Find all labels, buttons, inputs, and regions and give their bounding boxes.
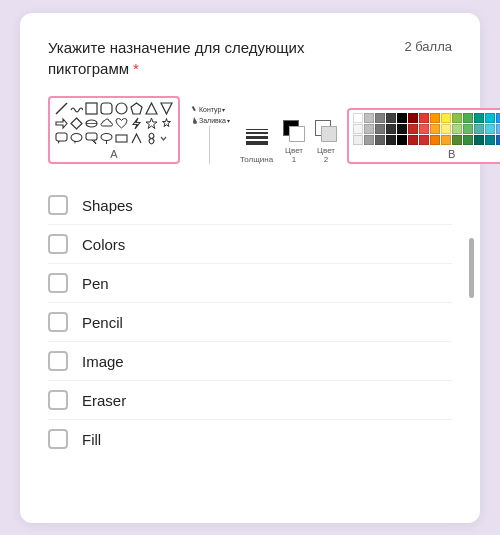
svg-marker-11 [133, 118, 140, 129]
swatch-r1 [408, 113, 418, 123]
swatch-g6 [386, 124, 396, 134]
swatch-w3 [353, 135, 363, 145]
svg-marker-15 [58, 141, 60, 144]
option-colors[interactable]: Colors [48, 225, 452, 264]
curly-shape-icon [145, 132, 158, 145]
swatch-bk1 [397, 113, 407, 123]
checkbox-fill[interactable] [48, 429, 68, 449]
swatch-bk3 [397, 135, 407, 145]
star-shape-icon [145, 117, 158, 130]
swatch-r3 [408, 124, 418, 134]
arrow-shape-icon [55, 117, 68, 130]
checkbox-eraser[interactable] [48, 390, 68, 410]
quiz-card: Укажите назначение для следующих пиктогр… [20, 13, 480, 523]
option-image[interactable]: Image [48, 342, 452, 381]
scrollbar[interactable] [469, 238, 474, 298]
svg-line-0 [56, 103, 67, 114]
color2-back [321, 126, 337, 142]
rect3-shape-icon [115, 132, 128, 145]
fill-icon [190, 116, 198, 124]
swatch-y1 [441, 113, 451, 123]
kontour-zalivka-section: Контур ▾ Заливка ▾ [190, 105, 230, 164]
rect-rounded-icon [100, 102, 113, 115]
svg-marker-5 [146, 103, 157, 114]
kontour-label: Контур [199, 106, 221, 113]
option-pen[interactable]: Pen [48, 264, 452, 303]
swatch-y2 [441, 124, 451, 134]
swatch-g9 [386, 135, 396, 145]
option-fill[interactable]: Fill [48, 420, 452, 458]
color-box-2 [315, 120, 337, 142]
lightning-shape-icon [130, 117, 143, 130]
svg-rect-22 [192, 106, 196, 111]
svg-point-3 [116, 103, 127, 114]
swatch-b1 [496, 113, 500, 123]
bubble3-shape-icon [85, 132, 98, 145]
swatch-bk2 [397, 124, 407, 134]
color-back [289, 126, 305, 142]
swatch-o1 [430, 113, 440, 123]
option-eraser[interactable]: Eraser [48, 381, 452, 420]
score-badge: 2 балла [404, 39, 452, 54]
svg-rect-18 [86, 133, 97, 140]
swatch-g3 [386, 113, 396, 123]
wavy-shape-icon [70, 102, 83, 115]
dropdown-arrow-icon [160, 132, 167, 145]
zalivka-label: Заливка [199, 117, 226, 124]
thickness-line-3 [246, 136, 268, 139]
palette-row-3 [353, 135, 500, 145]
thickness-icon [244, 122, 270, 152]
thickness-line-4 [246, 141, 268, 145]
block-b: B [347, 108, 500, 164]
svg-rect-2 [101, 103, 112, 114]
option-label-image: Image [82, 353, 124, 370]
star2-shape-icon [160, 117, 173, 130]
svg-marker-4 [131, 103, 142, 114]
pictogram-row: A Контур ▾ Заливка ▾ [48, 96, 452, 164]
svg-marker-6 [161, 103, 172, 114]
triangle2-shape-icon [160, 102, 173, 115]
checkbox-pencil[interactable] [48, 312, 68, 332]
swatch-c1 [485, 113, 495, 123]
option-pencil[interactable]: Pencil [48, 303, 452, 342]
svg-marker-12 [146, 118, 157, 129]
swatch-w1 [353, 113, 363, 123]
color1-section: Цвет 1 [283, 120, 305, 164]
swatch-gr6 [463, 135, 473, 145]
option-label-pen: Pen [82, 275, 109, 292]
circle2-shape-icon [85, 117, 98, 130]
bubble-shape-icon [55, 132, 68, 145]
palette-row-2 [353, 124, 500, 134]
shapes-row-1 [55, 102, 173, 115]
option-label-pencil: Pencil [82, 314, 123, 331]
checkbox-pen[interactable] [48, 273, 68, 293]
question-text: Укажите назначение для следующих пиктогр… [48, 37, 348, 81]
option-shapes[interactable]: Shapes [48, 186, 452, 225]
checkbox-shapes[interactable] [48, 195, 68, 215]
heart-shape-icon [115, 117, 128, 130]
question-label: Укажите назначение для следующих пиктогр… [48, 39, 304, 78]
swatch-o3 [430, 135, 440, 145]
palette-row-1 [353, 113, 500, 123]
thickness-section: Толщина [240, 122, 273, 164]
checkbox-image[interactable] [48, 351, 68, 371]
svg-rect-14 [56, 133, 67, 141]
swatch-y3 [441, 135, 451, 145]
kontour-arrow: ▾ [222, 106, 225, 113]
svg-marker-7 [56, 119, 67, 128]
swatch-g4 [364, 124, 374, 134]
options-list: Shapes Colors Pen Pencil Image Eraser Fi… [48, 186, 452, 458]
checkbox-colors[interactable] [48, 234, 68, 254]
block-a: A [48, 96, 180, 164]
pentagon-shape-icon [130, 102, 143, 115]
swatch-gr2 [463, 113, 473, 123]
triangle-shape-icon [145, 102, 158, 115]
swatch-r4 [419, 124, 429, 134]
diamond-shape-icon [70, 117, 83, 130]
swatch-b3 [496, 124, 500, 134]
swatch-b5 [496, 135, 500, 145]
color2-label: Цвет 2 [315, 146, 337, 164]
svg-marker-17 [74, 141, 76, 144]
swatch-r6 [419, 135, 429, 145]
swatch-g1 [364, 113, 374, 123]
